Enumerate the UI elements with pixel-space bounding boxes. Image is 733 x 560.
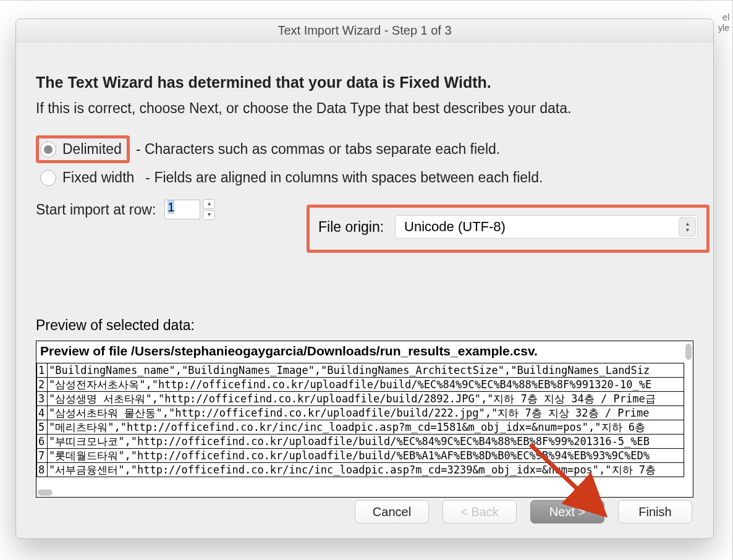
preview-line-text: "서부금융센터","http://officefind.co.kr/inc/in…: [48, 463, 684, 477]
back-button[interactable]: < Back: [443, 500, 517, 524]
preview-line-text: "부띠크모나코","http://officefind.co.kr/upload…: [48, 435, 684, 449]
fixed-width-radio[interactable]: [40, 170, 56, 186]
preview-lines: 1"BuildingNames_name","BuildingNames_Ima…: [36, 363, 693, 477]
file-origin-highlight-box: File origin: Unicode (UTF-8) ▴▾: [307, 205, 710, 253]
preview-line-number: 5: [36, 420, 48, 435]
file-origin-value: Unicode (UTF-8): [404, 219, 506, 235]
preview-line-text: "롯데월드타워","http://officefind.co.kr/upload…: [48, 449, 684, 463]
start-row-step-up[interactable]: ▴: [203, 199, 215, 209]
preview-line-number: 6: [36, 435, 48, 449]
preview-header: Preview of file /Users/stephanieogaygarc…: [36, 341, 693, 363]
background-partial-text: el yle: [718, 12, 729, 33]
preview-line: 4"삼성서초타워 물산동","http://officefind.co.kr/u…: [36, 406, 684, 420]
preview-line-number: 3: [36, 392, 48, 406]
preview-line: 3"삼성생명 서초타워","http://officefind.co.kr/up…: [36, 392, 684, 406]
start-row-input[interactable]: 1: [164, 200, 200, 219]
preview-line-number: 2: [36, 378, 48, 392]
preview-vertical-scrollbar[interactable]: [685, 344, 692, 487]
preview-line-text: "메리츠타워","http://officefind.co.kr/inc/inc…: [48, 420, 684, 435]
preview-line-number: 7: [36, 449, 48, 463]
preview-line-text: "BuildingNames_name","BuildingNames_Imag…: [48, 363, 684, 378]
dialog-title: Text Import Wizard - Step 1 of 3: [278, 23, 451, 38]
dialog-heading: The Text Wizard has determined that your…: [36, 74, 693, 91]
preview-line: 8"서부금융센터","http://officefind.co.kr/inc/i…: [36, 463, 684, 477]
preview-line-number: 1: [36, 363, 48, 378]
preview-line-number: 4: [36, 406, 48, 420]
start-import-label: Start import at row:: [36, 202, 156, 218]
next-button[interactable]: Next >: [530, 500, 604, 524]
preview-line-text: "삼성생명 서초타워","http://officefind.co.kr/upl…: [48, 392, 684, 406]
preview-horizontal-scrollbar[interactable]: [38, 490, 684, 496]
preview-line: 1"BuildingNames_name","BuildingNames_Ima…: [36, 363, 684, 378]
delimited-label[interactable]: Delimited: [62, 141, 122, 158]
dialog-subtext: If this is correct, choose Next, or choo…: [36, 100, 693, 117]
preview-pane: Preview of file /Users/stephanieogaygarc…: [36, 341, 693, 498]
preview-line-number: 8: [36, 463, 48, 477]
fixed-width-label[interactable]: Fixed width: [62, 169, 134, 186]
preview-line-text: "삼성전자서초사옥","http://officefind.co.kr/uplo…: [48, 378, 684, 392]
cancel-button[interactable]: Cancel: [355, 500, 429, 524]
preview-label: Preview of selected data:: [36, 317, 195, 334]
preview-line-text: "삼성서초타워 물산동","http://officefind.co.kr/up…: [48, 406, 684, 420]
preview-line: 7"롯데월드타워","http://officefind.co.kr/uploa…: [36, 449, 684, 463]
delimited-desc: - Characters such as commas or tabs sepa…: [136, 141, 500, 158]
preview-line: 6"부띠크모나코","http://officefind.co.kr/uploa…: [36, 435, 684, 449]
file-origin-label: File origin:: [318, 219, 384, 235]
preview-line: 2"삼성전자서초사옥","http://officefind.co.kr/upl…: [36, 378, 684, 392]
finish-button[interactable]: Finish: [618, 500, 692, 524]
text-import-wizard-dialog: Text Import Wizard - Step 1 of 3 The Tex…: [15, 19, 714, 539]
dialog-titlebar: Text Import Wizard - Step 1 of 3: [16, 19, 713, 43]
delimited-highlight-box: Delimited: [36, 135, 130, 163]
file-origin-select[interactable]: Unicode (UTF-8) ▴▾: [395, 215, 698, 239]
start-row-step-down[interactable]: ▾: [203, 210, 215, 220]
fixed-width-desc: - Fields are aligned in columns with spa…: [145, 169, 543, 186]
select-arrows-icon: ▴▾: [679, 217, 696, 237]
preview-line: 5"메리츠타워","http://officefind.co.kr/inc/in…: [36, 420, 684, 435]
delimited-radio[interactable]: [40, 142, 56, 158]
